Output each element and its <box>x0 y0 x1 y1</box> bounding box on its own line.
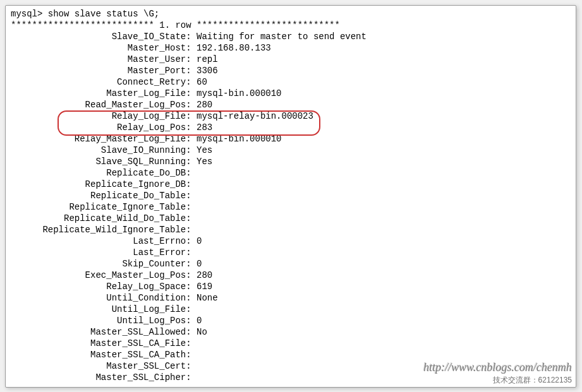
watermark-url: http://www.cnblogs.com/chenmh <box>423 361 572 374</box>
status-row: Skip_Counter: 0 <box>11 258 571 270</box>
field-label: Replicate_Wild_Do_Table: <box>11 213 197 223</box>
field-label: Slave_IO_Running: <box>11 145 197 155</box>
status-row: Read_Master_Log_Pos: 280 <box>11 99 571 110</box>
status-row: Until_Condition: None <box>11 292 571 304</box>
field-value: 0 <box>197 316 202 326</box>
status-row: Master_SSL_CA_File: <box>11 338 571 349</box>
field-value: 280 <box>197 270 212 280</box>
field-value: 280 <box>197 100 212 110</box>
field-label: Skip_Counter: <box>11 259 197 269</box>
status-row: Slave_IO_State: Waiting for master to se… <box>11 31 571 42</box>
status-row: Last_Error: <box>11 247 571 258</box>
field-value: 619 <box>197 282 212 292</box>
field-label: Master_SSL_Cert: <box>11 361 197 371</box>
field-label: Last_Errno: <box>11 236 197 246</box>
status-row: Replicate_Do_DB: <box>11 167 571 179</box>
field-label: Relay_Log_Pos: <box>11 122 197 133</box>
field-label: Exec_Master_Log_Pos: <box>11 270 197 280</box>
status-row: Slave_SQL_Running: Yes <box>11 156 571 167</box>
field-label: Replicate_Do_Table: <box>11 191 197 201</box>
field-label: Master_Host: <box>11 43 197 53</box>
field-label: Replicate_Ignore_DB: <box>11 179 197 189</box>
field-label: Connect_Retry: <box>11 77 197 87</box>
fields-container: Slave_IO_State: Waiting for master to se… <box>11 31 571 383</box>
field-value: mysql-bin.000010 <box>197 134 281 144</box>
field-label: Master_Log_File: <box>11 88 197 98</box>
status-row: Replicate_Ignore_DB: <box>11 179 571 190</box>
field-label: Until_Log_File: <box>11 304 197 314</box>
field-value: repl <box>197 54 218 64</box>
status-row: Replicate_Ignore_Table: <box>11 201 571 213</box>
status-row: Master_SSL_Allowed: No <box>11 326 571 338</box>
field-value: None <box>197 293 218 303</box>
field-label: Relay_Log_Space: <box>11 282 197 292</box>
status-row: Master_SSL_CA_Path: <box>11 349 571 360</box>
field-value: Waiting for master to send event <box>197 32 367 42</box>
field-label: Slave_SQL_Running: <box>11 157 197 167</box>
field-label: Master_User: <box>11 54 197 64</box>
field-value: 0 <box>197 259 202 269</box>
field-label: Last_Error: <box>11 247 197 258</box>
field-label: Slave_IO_State: <box>11 32 197 42</box>
prompt-line: mysql> show slave status \G; <box>11 8 571 20</box>
terminal-window: mysql> show slave status \G; ***********… <box>5 5 576 388</box>
status-row: Replicate_Do_Table: <box>11 190 571 201</box>
field-label: Read_Master_Log_Pos: <box>11 100 197 110</box>
field-value: No <box>197 327 207 337</box>
field-value: Yes <box>197 157 212 167</box>
field-label: Until_Log_Pos: <box>11 316 197 326</box>
field-value: 60 <box>197 77 207 87</box>
status-row: Connect_Retry: 60 <box>11 76 571 88</box>
status-row: Replicate_Wild_Ignore_Table: <box>11 224 571 235</box>
field-value: Yes <box>197 145 212 155</box>
status-row: Relay_Log_File: mysql-relay-bin.000023 <box>11 110 571 122</box>
status-row: Until_Log_File: <box>11 304 571 315</box>
status-row: Until_Log_Pos: 0 <box>11 315 571 326</box>
status-row: Exec_Master_Log_Pos: 280 <box>11 270 571 281</box>
status-row: Last_Errno: 0 <box>11 235 571 247</box>
field-label: Replicate_Wild_Ignore_Table: <box>11 225 197 235</box>
field-label: Relay_Log_File: <box>11 111 197 121</box>
row-separator: *************************** 1. row *****… <box>11 20 571 31</box>
status-row: Relay_Master_Log_File: mysql-bin.000010 <box>11 133 571 145</box>
status-row: Relay_Log_Space: 619 <box>11 281 571 292</box>
field-label: Relay_Master_Log_File: <box>11 134 197 144</box>
status-row: Master_Host: 192.168.80.133 <box>11 42 571 54</box>
field-value: mysql-bin.000010 <box>197 88 281 98</box>
field-label: Until_Condition: <box>11 293 197 303</box>
status-row: Relay_Log_Pos: 283 <box>11 122 571 133</box>
status-row: Slave_IO_Running: Yes <box>11 145 571 156</box>
field-label: Master_SSL_Cipher: <box>11 372 197 383</box>
status-row: Master_Port: 3306 <box>11 65 571 76</box>
field-label: Replicate_Do_DB: <box>11 168 197 178</box>
status-row: Master_Log_File: mysql-bin.000010 <box>11 88 571 99</box>
field-value: 192.168.80.133 <box>197 43 271 53</box>
status-row: Master_User: repl <box>11 54 571 65</box>
field-label: Master_SSL_CA_Path: <box>11 350 197 360</box>
status-row: Replicate_Wild_Do_Table: <box>11 213 571 224</box>
field-value: 283 <box>197 122 212 133</box>
field-label: Master_SSL_Allowed: <box>11 327 197 337</box>
field-value: mysql-relay-bin.000023 <box>197 111 313 121</box>
field-label: Master_SSL_CA_File: <box>11 338 197 348</box>
field-value: 3306 <box>197 66 218 76</box>
field-label: Master_Port: <box>11 66 197 76</box>
watermark-group: 技术交流群：62122135 <box>493 375 572 386</box>
field-label: Replicate_Ignore_Table: <box>11 202 197 212</box>
field-value: 0 <box>197 236 202 246</box>
